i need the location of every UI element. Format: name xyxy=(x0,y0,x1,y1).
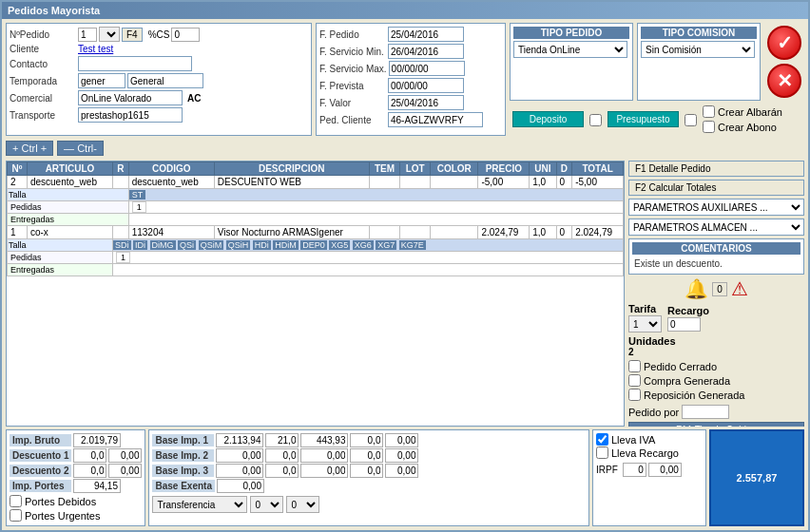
base-exenta-input[interactable] xyxy=(217,479,264,493)
parametros-aux-select[interactable]: PARAMETROS AUXILIARES ... xyxy=(628,199,804,216)
left-fields-panel: NºPedido F4 %CS Cliente Test test Contac… xyxy=(6,23,312,136)
descuento2-input1[interactable] xyxy=(73,464,106,478)
descuento2-row: Descuento 2 xyxy=(10,464,142,478)
base-imp2-v2[interactable] xyxy=(265,448,299,463)
table-row[interactable]: 2 descuento_web descuento_web DESCUENTO … xyxy=(8,176,624,189)
cliente-value[interactable]: Test test xyxy=(78,44,113,54)
lleva-recargo-checkbox[interactable] xyxy=(596,446,608,459)
entregadas-row-2: Entregadas xyxy=(8,264,624,276)
descuento1-input2[interactable] xyxy=(108,448,142,463)
comercial-input[interactable] xyxy=(78,90,183,105)
ped-cliente-label: Ped. Cliente xyxy=(319,115,386,125)
ped-cliente-input[interactable] xyxy=(388,112,483,127)
imp-portes-label: Imp. Portes xyxy=(10,480,71,492)
ped-cliente-row: Ped. Cliente xyxy=(319,112,502,127)
f11-button[interactable]: F11 Tienda OnLine xyxy=(628,422,804,427)
recargo-input[interactable] xyxy=(667,317,701,332)
portes-debidos-checkbox[interactable] xyxy=(10,495,22,507)
descuento1-input1[interactable] xyxy=(73,448,106,463)
f-pedido-input[interactable] xyxy=(388,27,464,42)
talla-row-2: Talla SDi IDi DiMG QSi QSiM QSiH HDi HDi… xyxy=(8,239,624,252)
pedido-cerrado-checkbox[interactable] xyxy=(628,360,641,372)
crear-abono-checkbox[interactable] xyxy=(703,121,715,133)
base-imp1-v2[interactable] xyxy=(265,433,299,447)
bottom-area: Imp. Bruto Descuento 1 Descuento 2 Imp. … xyxy=(6,429,804,526)
talla-idi: IDi xyxy=(133,240,147,250)
lleva-iva-checkbox[interactable] xyxy=(596,433,608,446)
base-imp3-v2[interactable] xyxy=(265,464,299,478)
f-valor-row: F. Valor xyxy=(319,95,502,110)
f2-button[interactable]: F2 Calcular Totales xyxy=(628,180,804,196)
tarifa-select[interactable]: 1 xyxy=(628,315,662,332)
portes-urgentes-checkbox[interactable] xyxy=(10,509,22,522)
base-imp2-v1[interactable] xyxy=(216,448,263,463)
base-imp1-row: Base Imp. 1 xyxy=(152,433,586,447)
base-imp2-v5[interactable] xyxy=(385,448,418,463)
temporada-input[interactable] xyxy=(78,73,125,88)
reposicion-generada-checkbox[interactable] xyxy=(628,389,641,401)
base-imp1-v5[interactable] xyxy=(385,433,418,447)
cell-articulo: descuento_web xyxy=(27,176,112,189)
talla-qsi: QSi xyxy=(178,240,196,250)
f-prevista-input[interactable] xyxy=(388,78,464,93)
window-title: Pedidos Mayorista xyxy=(8,5,100,16)
base-imp3-v4[interactable] xyxy=(350,464,383,478)
nopedido-row: NºPedido F4 %CS xyxy=(10,27,308,42)
ok-button[interactable]: ✓ xyxy=(767,26,801,60)
crear-btns: Crear Albarán Crear Abono xyxy=(703,105,782,134)
base-imp2-v3[interactable] xyxy=(300,448,348,463)
crear-albaran-checkbox[interactable] xyxy=(703,105,715,118)
pedido-por-row: Pedido por xyxy=(628,405,804,419)
pct-cs-input[interactable] xyxy=(171,28,200,42)
contacto-row: Contacto xyxy=(10,56,308,71)
f-servicio-max-input[interactable] xyxy=(389,61,465,76)
base-imp3-v3[interactable] xyxy=(300,464,348,478)
nopedido-select[interactable] xyxy=(99,27,120,42)
f-valor-input[interactable] xyxy=(388,95,464,110)
presupuesto-checkbox[interactable] xyxy=(685,114,697,126)
imp-bruto-input[interactable] xyxy=(73,433,121,447)
base-imp2-v4[interactable] xyxy=(350,448,383,463)
cancel-button[interactable]: ✕ xyxy=(767,64,801,98)
base-imp1-v3[interactable] xyxy=(300,433,348,447)
nopedido-input[interactable] xyxy=(78,28,97,42)
tipo-comision-select[interactable]: Sin Comisión xyxy=(641,41,755,58)
main-table: Nº ARTICULO R CODIGO DESCRIPCION TEM LOT… xyxy=(7,162,624,276)
add-ctrl-button[interactable]: + Ctrl + xyxy=(6,141,53,156)
entregadas-row-1: Entregadas xyxy=(8,214,624,226)
descuento2-input2[interactable] xyxy=(108,464,142,478)
descuento1-row: Descuento 1 xyxy=(10,448,142,463)
cell-tem-2 xyxy=(369,226,400,239)
tipo-pedido-select[interactable]: Tienda OnLine xyxy=(513,41,627,58)
presupuesto-button[interactable]: Presupuesto xyxy=(608,111,679,127)
transfer-opt1[interactable]: 0 xyxy=(250,496,283,513)
portes-debidos-label: Portes Debidos xyxy=(25,496,96,507)
parametros-almacen-select[interactable]: PARAMETROS ALMACEN ... xyxy=(628,218,804,236)
irpf-input1[interactable] xyxy=(623,463,646,477)
contacto-input[interactable] xyxy=(78,56,192,71)
irpf-input2[interactable] xyxy=(648,463,682,477)
table-row[interactable]: 1 co-x 113204 Visor Nocturno ARMASIgener… xyxy=(8,226,624,239)
col-r: R xyxy=(113,162,129,176)
talla-kg7e: KG7E xyxy=(399,240,426,250)
deposito-checkbox[interactable] xyxy=(589,114,602,126)
title-bar: Pedidos Mayorista xyxy=(2,2,808,19)
f-servicio-min-input[interactable] xyxy=(388,44,464,59)
pedido-por-input[interactable] xyxy=(682,405,729,419)
base-imp1-v1[interactable] xyxy=(216,433,263,447)
sub-ctrl-button[interactable]: — Ctrl- xyxy=(57,141,104,156)
compra-generada-checkbox[interactable] xyxy=(628,374,641,387)
f1-button[interactable]: F1 Detalle Pedido xyxy=(628,161,804,177)
temporada-desc-input[interactable] xyxy=(127,73,203,88)
transfer-opt2[interactable]: 0 xyxy=(286,496,319,513)
imp-portes-input[interactable] xyxy=(73,479,121,493)
deposito-button[interactable]: Deposito xyxy=(512,111,584,127)
base-imp3-v1[interactable] xyxy=(216,464,263,478)
base-imp3-v5[interactable] xyxy=(385,464,418,478)
f4-button[interactable]: F4 xyxy=(122,28,143,42)
base-imp1-v4[interactable] xyxy=(350,433,383,447)
cell-uni-2: 1,0 xyxy=(530,226,556,239)
transporte-input[interactable] xyxy=(78,107,183,123)
transferencia-select[interactable]: Transferencia xyxy=(152,496,247,513)
xmark-icon: ✕ xyxy=(777,69,793,92)
